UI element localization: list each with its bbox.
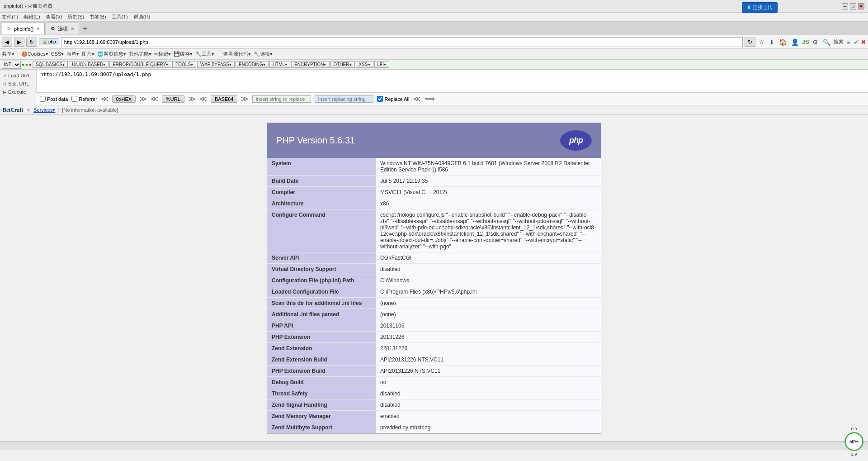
tab-label: phpinfo() (14, 26, 33, 32)
toolbar-info[interactable]: 🌐网页信息▾ (97, 51, 126, 57)
sqli-xss[interactable]: XSS▾ (356, 61, 373, 68)
php-row-key: Scan this dir for additional .ini files (267, 298, 376, 309)
menu-file[interactable]: 文件(F) (2, 14, 18, 20)
split-url-button[interactable]: ⇅ Split URL (0, 80, 36, 88)
sqli-union-based[interactable]: UNION BASED▾ (69, 61, 108, 68)
php-row-key: Architecture (267, 198, 376, 209)
sqli-encoding[interactable]: ENCODING▾ (236, 61, 269, 68)
sqli-other[interactable]: OTHER▾ (330, 61, 355, 68)
toolbar-options[interactable]: 🔧选项▾ (254, 51, 273, 57)
url-btn[interactable]: %URL (162, 95, 184, 103)
replace-all-checkbox[interactable]: Replace All (377, 96, 409, 102)
referrer-check[interactable] (71, 96, 77, 102)
upload-button[interactable]: ⬆ 连接上传 (742, 2, 778, 13)
js-toggle[interactable]: JS (802, 38, 809, 45)
home-icon[interactable]: 🏠 (778, 38, 788, 46)
maximize-button[interactable]: □ (850, 3, 856, 10)
sqli-encryption[interactable]: ENCRYPTION▾ (291, 61, 329, 68)
address-input[interactable] (61, 37, 743, 47)
post-data-checkbox[interactable]: Post data (40, 96, 68, 102)
tab-close-btn[interactable]: ✕ (36, 26, 40, 31)
sqli-error-double[interactable]: ERROR/DOUBLE QUERY▾ (109, 61, 171, 68)
tab-options-close[interactable]: ✕ (71, 26, 74, 31)
sqli-tools[interactable]: TOOLS▾ (172, 61, 196, 68)
insert-replacing-input[interactable] (315, 95, 373, 103)
menu-view[interactable]: 查看(V) (46, 14, 62, 20)
search-input-area[interactable]: 搜索 (834, 38, 844, 45)
php-row-key: Zend Memory Manager (267, 411, 376, 422)
user-icon[interactable]: 👤 (790, 38, 800, 46)
back-button[interactable]: ◀ (2, 38, 12, 47)
left-panel: ↗ Load URL ⇅ Split URL ▶ Execute (0, 70, 36, 105)
php-table-row: PHP Extension BuildAPI20131226,NTS,VC11 (267, 366, 601, 377)
bookmark-icon[interactable]: ☆ (757, 38, 766, 46)
base64-btn[interactable]: BASE64 (211, 95, 238, 103)
toolbar-images[interactable]: 图片▾ (82, 51, 94, 57)
close-button[interactable]: ✕ (858, 3, 864, 10)
menu-edit[interactable]: 编辑(E) (24, 14, 40, 20)
toolbar-forms[interactable]: 表单▾ (66, 51, 79, 57)
toolbar-viewsource[interactable]: 📄查看源代码▾ (217, 51, 251, 57)
betcraft-arrow: ▼ (26, 107, 31, 113)
sqli-sql-basics[interactable]: SQL BASICS▾ (33, 61, 68, 68)
more-icon[interactable]: ≡ (845, 38, 852, 46)
tab-phpinfo[interactable]: ⚙ phpinfo() ✕ (2, 23, 45, 34)
execute-arrow-btn[interactable]: ⟹ (425, 95, 435, 103)
replace-all-check[interactable] (377, 96, 383, 102)
sqli-lfi[interactable]: LFI▾ (374, 61, 389, 68)
search-icon[interactable]: 🔍 (821, 38, 832, 46)
load-url-button[interactable]: ↗ Load URL (0, 71, 36, 80)
toolbar-cookies[interactable]: 🍪Cookies▾ (21, 51, 48, 57)
php-table-row: Build DateJul 5 2017 22:19:35 (267, 176, 601, 187)
download-icon[interactable]: ⬇ (768, 38, 776, 46)
php-row-key: PHP API (267, 320, 376, 332)
php-row-key: Server API (267, 252, 376, 264)
sqli-type-selector[interactable]: INT STR (2, 61, 21, 69)
hex-btn[interactable]: 0xHEX (112, 95, 136, 103)
php-row-key: Build Date (267, 176, 376, 187)
toolbar-other[interactable]: 其他功能▾ (129, 51, 151, 57)
right-arrow-2: ≫ (188, 95, 196, 103)
php-row-value: API220131226,NTS,VC11 (376, 354, 601, 366)
sqli-toolbar: INT STR ● ● ● SQL BASICS▾ UNION BASED▾ E… (0, 60, 868, 70)
menu-history[interactable]: 历史(S) (67, 14, 84, 20)
browser-toolbar: 共享▾ | 🍪Cookies▾ CSS▾ 表单▾ 图片▾ 🌐网页信息▾ 其他功能… (0, 49, 868, 60)
left-arrow-1: ≪ (101, 95, 108, 103)
insert-string-replace-input[interactable] (252, 95, 311, 103)
circle-indicator: 50% (844, 432, 863, 450)
minimize-button[interactable]: ─ (842, 3, 848, 10)
menu-tools[interactable]: 工具(T) (112, 14, 128, 20)
toolbar-css[interactable]: CSS▾ (51, 51, 64, 57)
ssl-indicator[interactable]: 🔒 php (39, 38, 59, 45)
toolbar-cache[interactable]: 💾缓存▾ (174, 51, 193, 57)
menu-bookmarks[interactable]: 书签(B) (90, 14, 106, 20)
tab-settings-icon: ⚙ (51, 26, 55, 32)
tab-options[interactable]: ⚙ 选项 ✕ (46, 23, 79, 34)
main-container: ↗ Load URL ⇅ Split URL ▶ Execute http://… (0, 70, 868, 105)
php-table-row: Debug Buildno (267, 377, 601, 388)
new-tab-button[interactable]: + (80, 24, 90, 33)
betcraft-sep2: | (58, 107, 59, 113)
referrer-checkbox[interactable]: Referrer (71, 96, 97, 102)
php-row-value: (none) (376, 298, 601, 309)
php-row-value: enabled (376, 411, 601, 422)
toolbar-share[interactable]: 共享▾ (2, 51, 14, 57)
sqli-waf-bypass[interactable]: WAF BYPASS▾ (197, 61, 235, 68)
post-data-check[interactable] (40, 96, 46, 102)
php-table-row: Scan this dir for additional .ini files(… (267, 298, 601, 309)
menu-help[interactable]: 帮助(H) (133, 14, 150, 20)
forward-button[interactable]: ▶ (14, 38, 24, 47)
settings-icon[interactable]: ⚙ (811, 38, 820, 46)
left-arrow-2: ≪ (151, 95, 158, 103)
ssl-label: php (48, 39, 56, 44)
betcraft-services[interactable]: Services▾ (33, 107, 55, 113)
sqli-html[interactable]: HTML▾ (269, 61, 290, 68)
execute-button[interactable]: ▶ Execute (0, 88, 36, 96)
refresh-button[interactable]: ↻ (26, 38, 37, 47)
execute-icon: ▶ (3, 90, 6, 95)
options-row: Post data Referrer ≪ 0xHEX ≫ ≪ %URL ≫ ≪ … (36, 93, 868, 105)
toolbar-tools[interactable]: 🔧工具▾ (195, 51, 214, 57)
reload-button[interactable]: ↻ (745, 38, 755, 47)
url-textarea[interactable]: http://192.168.1.69:8007/upload/1.php (36, 70, 868, 92)
toolbar-marks[interactable]: ✏标记▾ (154, 51, 171, 57)
